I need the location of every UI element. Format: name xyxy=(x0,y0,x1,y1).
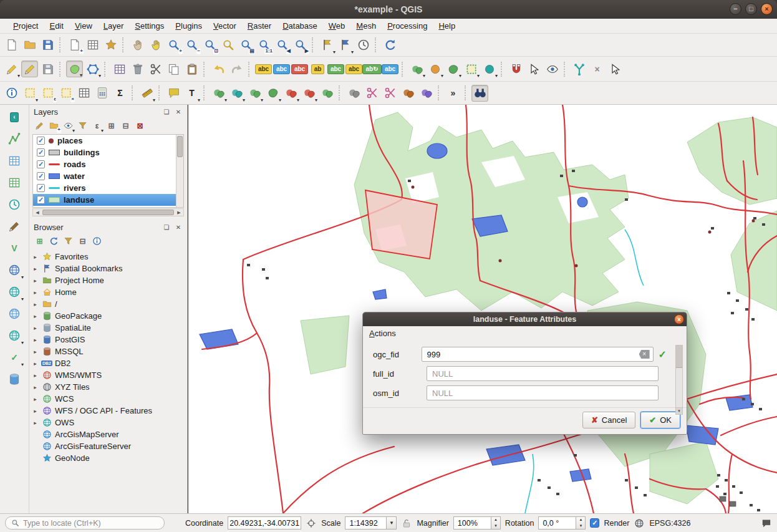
text-annotation-button[interactable]: T▾ xyxy=(183,85,200,102)
layer-item-water[interactable]: ✓water xyxy=(33,170,183,182)
expand-arrow-icon[interactable]: ▸ xyxy=(32,396,39,402)
offset-curve-button[interactable] xyxy=(364,85,380,102)
temporal-tool-button[interactable] xyxy=(5,196,24,213)
layer-labeling-options-button[interactable]: abc xyxy=(255,60,272,77)
menu-plugins[interactable]: Plugins xyxy=(170,19,208,32)
browser-item-arcgisfeatureserver[interactable]: ArcGisFeatureServer xyxy=(32,440,187,452)
chevron-down-icon[interactable]: ▼ xyxy=(386,516,397,530)
menu-raster[interactable]: Raster xyxy=(242,19,277,32)
magnifier-spinbox[interactable]: 100% ▲▼ xyxy=(453,516,501,530)
show-hide-labels-button[interactable]: abc xyxy=(327,60,344,77)
identify-features-button[interactable] xyxy=(3,85,20,102)
layer-visibility-checkbox[interactable]: ✓ xyxy=(37,137,45,145)
layer-item-rivers[interactable]: ✓rivers xyxy=(33,182,183,194)
minimize-button[interactable]: − xyxy=(730,3,741,15)
new-print-layout-button[interactable]: + xyxy=(66,37,83,54)
map-tips-button[interactable] xyxy=(165,85,182,102)
browser-item-spatial-bookmarks[interactable]: ▸Spatial Bookmarks xyxy=(32,263,187,274)
cancel-button[interactable]: ✘ Cancel xyxy=(582,412,635,428)
zoom-last-button[interactable]: ◀ xyxy=(274,37,291,54)
browser-item-favorites[interactable]: ▸Favorites xyxy=(32,251,187,263)
open-attribute-table-button[interactable] xyxy=(75,85,92,102)
browser-item-xyz-tiles[interactable]: ▸XYZ Tiles xyxy=(32,381,187,393)
expand-arrow-icon[interactable]: ▸ xyxy=(32,266,39,272)
field-calculator-button[interactable] xyxy=(94,85,110,102)
highlight-pinned-labels-button[interactable]: abc xyxy=(291,60,308,77)
extents-toggle-icon[interactable] xyxy=(306,518,317,529)
remove-layer-group-button[interactable]: ⊠ xyxy=(133,119,147,132)
digitize-with-segment-button[interactable]: ▾ xyxy=(66,60,83,77)
expand-arrow-icon[interactable]: ▸ xyxy=(32,278,39,284)
undo-button[interactable] xyxy=(210,60,227,77)
collapse-all-button[interactable]: ⊟ xyxy=(119,119,132,132)
browser-item-geopackage[interactable]: ▸GeoPackage xyxy=(32,310,187,322)
dissolve-features-button[interactable]: ▾ xyxy=(301,85,317,102)
refresh-map-button[interactable] xyxy=(382,37,398,54)
scale-value[interactable]: 1:14392 xyxy=(345,516,386,530)
add-group-button[interactable]: + xyxy=(47,119,60,132)
move-label-button[interactable]: abc xyxy=(345,60,362,77)
layer-visibility-checkbox[interactable]: ✓ xyxy=(37,172,45,180)
union-features-button[interactable]: ▾ xyxy=(246,85,263,102)
redo-button[interactable] xyxy=(228,60,245,77)
browser-item-ows[interactable]: ▸OWS xyxy=(32,417,187,428)
expand-all-button[interactable]: ⊞ xyxy=(105,119,118,132)
symmetrical-difference-button[interactable] xyxy=(418,85,435,102)
log-messages-icon[interactable] xyxy=(761,518,772,529)
expand-arrow-icon[interactable]: ▸ xyxy=(32,301,39,307)
copy-features-button[interactable] xyxy=(165,60,182,77)
zoom-native-resolution-button[interactable]: 1:1 xyxy=(256,37,273,54)
spin-down-icon[interactable]: ▼ xyxy=(491,523,500,530)
menu-help[interactable]: Help xyxy=(433,19,461,32)
menu-layer[interactable]: Layer xyxy=(98,19,130,32)
move-feature-button[interactable]: ▾ xyxy=(445,60,461,77)
scrollbar-thumb[interactable] xyxy=(177,136,183,157)
ok-button[interactable]: ✔ OK xyxy=(640,412,680,428)
menu-database[interactable]: Database xyxy=(277,19,323,32)
crs-globe-icon[interactable] xyxy=(634,518,645,529)
scale-combobox[interactable]: 1:14392 ▼ xyxy=(345,516,397,530)
pan-map-button[interactable] xyxy=(129,37,146,54)
browser-item-[interactable]: ▸/ xyxy=(32,298,187,310)
browser-item-wms-wmts[interactable]: ▸WMS/WMTS xyxy=(32,369,187,381)
zoom-to-selection-button[interactable] xyxy=(220,37,236,54)
menu-view[interactable]: View xyxy=(69,19,98,32)
browser-item-wfs-ogc-api-features[interactable]: ▸WFS / OGC API - Features xyxy=(32,405,187,417)
open-layer-styling-button[interactable] xyxy=(33,119,46,132)
web-services-tool-button[interactable]: ▾ xyxy=(5,283,24,301)
close-panel-button[interactable]: ✕ xyxy=(174,223,183,231)
cut-features-button[interactable] xyxy=(147,60,164,77)
layer-item-buildings[interactable]: ✓buildings xyxy=(33,147,183,158)
render-checkbox[interactable]: ✓ xyxy=(590,518,599,528)
scroll-right-icon[interactable]: ▶ xyxy=(175,209,183,216)
menu-vector[interactable]: Vector xyxy=(208,19,242,32)
enable-snapping-button[interactable] xyxy=(508,60,524,77)
collapse-all-browser-button[interactable]: ⊟ xyxy=(76,235,89,248)
map-canvas[interactable]: landuse - Feature Attributes × Actions o… xyxy=(188,105,777,513)
menu-settings[interactable]: Settings xyxy=(129,19,170,32)
spin-up-icon[interactable]: ▲ xyxy=(576,517,585,523)
browser-tree[interactable]: ▸Favorites▸Spatial Bookmarks▸Project Hom… xyxy=(29,249,187,513)
browser-item-db2[interactable]: ▸DB2DB2 xyxy=(32,357,187,369)
expand-arrow-icon[interactable]: ▸ xyxy=(32,384,39,390)
layer-item-places[interactable]: ✓places xyxy=(33,135,183,147)
float-panel-button[interactable]: ❏ xyxy=(162,107,171,116)
style-manager-button[interactable] xyxy=(102,37,119,54)
full-id-input[interactable] xyxy=(427,366,659,381)
layer-item-roads[interactable]: ✓roads xyxy=(33,158,183,170)
expand-arrow-icon[interactable]: ▸ xyxy=(32,313,39,319)
toggle-editing-button[interactable] xyxy=(21,60,38,77)
save-layer-edits-button[interactable] xyxy=(39,60,56,77)
deselect-features-button[interactable]: × xyxy=(57,85,74,102)
data-import-tool-button[interactable] xyxy=(5,370,24,388)
new-spatial-bookmark-button[interactable]: ▾ xyxy=(319,37,335,54)
zoom-next-button[interactable]: ▶ xyxy=(292,37,309,54)
expand-arrow-icon[interactable]: ▸ xyxy=(32,337,39,343)
scale-feature-button[interactable]: ▾ xyxy=(427,60,443,77)
filter-legend-button[interactable] xyxy=(76,119,89,132)
scroll-left-icon[interactable]: ◀ xyxy=(33,209,42,216)
zoom-full-extent-button[interactable]: ⊡ xyxy=(201,37,218,54)
zoom-to-layer-button[interactable]: ▤ xyxy=(238,37,254,54)
vertex-tool-button[interactable]: ▾ xyxy=(84,60,101,77)
osm-id-input[interactable] xyxy=(427,385,659,400)
